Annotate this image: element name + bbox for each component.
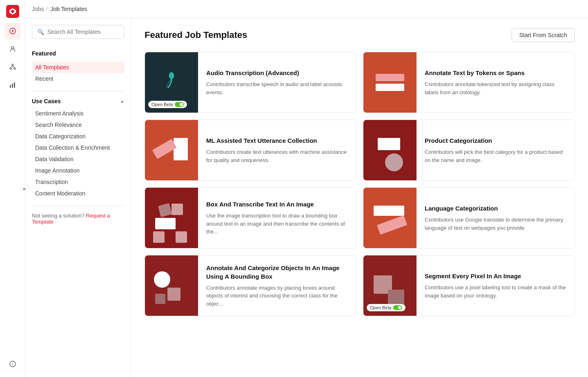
template-thumb-annotate-text <box>363 52 416 113</box>
svg-rect-16 <box>174 138 188 160</box>
svg-point-6 <box>12 64 13 66</box>
start-from-scratch-button[interactable]: Start From Scratch <box>512 28 575 42</box>
template-thumb-language <box>363 187 416 248</box>
template-thumb-annotate-objects <box>145 255 198 316</box>
sidebar-item-data-categorization[interactable]: Data Categorization <box>32 131 125 142</box>
template-name-annotate-text: Annotate Text by Tokens or Spans <box>425 69 566 77</box>
not-seeing-text: Not seeing a solution? <box>32 213 85 219</box>
template-card-product[interactable]: Product Categorization Contributors will… <box>363 120 575 181</box>
template-name-box-transcribe: Box And Transcribe Text In An Image <box>206 200 348 208</box>
language-thumb-svg <box>363 187 416 248</box>
use-cases-header: Use Cases ▲ <box>32 98 125 104</box>
search-box[interactable]: 🔍 <box>32 25 125 39</box>
open-beta-text-segment: Open Beta <box>370 305 392 310</box>
breadcrumb-current: Job Templates <box>50 6 87 12</box>
ml-thumb-svg <box>145 120 198 181</box>
app-logo[interactable] <box>6 5 19 18</box>
template-card-audio-transcription[interactable]: Open Beta Audio Transcription (Advanced)… <box>145 52 356 113</box>
template-card-annotate-text[interactable]: Annotate Text by Tokens or Spans Contrib… <box>363 52 575 113</box>
template-info-audio: Audio Transcription (Advanced) Contribut… <box>198 62 356 103</box>
svg-point-27 <box>154 271 170 288</box>
svg-rect-29 <box>155 294 165 304</box>
breadcrumb: Jobs / Job Templates <box>25 0 588 18</box>
template-thumb-product <box>363 120 416 181</box>
svg-rect-18 <box>378 138 400 150</box>
logo-icon <box>9 7 17 16</box>
template-info-box-transcribe: Box And Transcribe Text In An Image Use … <box>198 193 356 242</box>
nav-dashboard[interactable] <box>4 23 21 39</box>
template-name-segment: Segment Every Pixel In An Image <box>425 272 566 280</box>
svg-rect-12 <box>12 84 13 88</box>
use-cases-title: Use Cases <box>32 98 61 104</box>
template-desc-segment: Contributors use a pixel labeling tool t… <box>425 284 566 299</box>
svg-rect-24 <box>158 203 172 217</box>
template-name-ml: ML Assisted Text Utterance Collection <box>206 136 348 145</box>
nav-chart[interactable] <box>4 77 21 93</box>
template-desc-box-transcribe: Use the image transcription tool to draw… <box>206 212 348 236</box>
svg-rect-21 <box>172 204 183 215</box>
template-thumb-audio: Open Beta <box>145 52 198 113</box>
sidebar-item-data-validation[interactable]: Data Validation <box>32 153 125 165</box>
svg-point-5 <box>11 47 14 49</box>
use-cases-toggle[interactable]: ▲ <box>120 98 125 104</box>
open-beta-badge-segment: Open Beta <box>367 304 405 311</box>
nav-nodes[interactable] <box>4 59 21 75</box>
template-desc-ml: Contributors create text utterances with… <box>206 148 348 164</box>
svg-rect-31 <box>388 290 404 306</box>
breadcrumb-separator: / <box>47 6 48 12</box>
chart-icon <box>9 81 16 89</box>
template-info-product: Product Categorization Contributors will… <box>416 130 575 171</box>
template-info-annotate-text: Annotate Text by Tokens or Spans Contrib… <box>416 62 575 103</box>
nodes-icon <box>9 63 16 71</box>
box-transcribe-thumb-svg <box>145 187 198 248</box>
sidebar-item-recent[interactable]: Recent <box>32 73 125 84</box>
template-card-annotate-objects[interactable]: Annotate And Categorize Objects In An Im… <box>145 255 356 316</box>
nav-help[interactable]: i <box>4 356 21 372</box>
open-beta-badge-audio: Open Beta <box>148 101 187 108</box>
nav-expand-chevron[interactable]: ▶ <box>21 184 29 193</box>
not-seeing-solution: Not seeing a solution? Request a Templat… <box>32 213 125 225</box>
dashboard-icon <box>9 27 16 35</box>
sidebar: 🔍 Featured All Templates Recent Use Case… <box>25 18 131 377</box>
svg-rect-28 <box>167 288 180 301</box>
featured-section-title: Featured <box>32 49 125 58</box>
main-content: Featured Job Templates Start From Scratc… <box>131 18 588 377</box>
svg-line-10 <box>13 66 15 68</box>
sidebar-item-data-collection[interactable]: Data Collection & Enrichment <box>32 142 125 153</box>
template-card-box-transcribe[interactable]: Box And Transcribe Text In An Image Use … <box>145 187 356 248</box>
template-card-segment-pixel[interactable]: Open Beta Segment Every Pixel In An Imag… <box>363 255 575 316</box>
template-desc-annotate-objects: Contributors annotate images by placing … <box>206 284 348 308</box>
left-nav: i ▶ <box>0 0 25 377</box>
search-icon: 🔍 <box>37 29 44 35</box>
annotate-objects-thumb-svg <box>145 255 198 316</box>
sidebar-item-content-moderation[interactable]: Content Moderation <box>32 188 125 199</box>
svg-point-4 <box>12 30 13 32</box>
sidebar-item-all-templates[interactable]: All Templates <box>32 62 125 73</box>
svg-rect-23 <box>176 231 187 243</box>
sidebar-divider <box>32 91 125 91</box>
template-card-ml[interactable]: ML Assisted Text Utterance Collection Co… <box>145 120 356 181</box>
template-thumb-segment: Open Beta <box>363 255 416 316</box>
sidebar-item-transcription[interactable]: Transcription <box>32 176 125 188</box>
sidebar-item-image-annotation[interactable]: Image Annotation <box>32 165 125 176</box>
svg-rect-20 <box>155 218 176 229</box>
svg-point-8 <box>14 68 16 69</box>
svg-rect-11 <box>10 85 11 88</box>
template-info-ml: ML Assisted Text Utterance Collection Co… <box>198 130 356 171</box>
svg-text:i: i <box>12 362 13 366</box>
template-desc-audio: Contributors transcribe speech in audio … <box>206 80 348 96</box>
template-info-segment: Segment Every Pixel In An Image Contribu… <box>416 265 575 306</box>
template-grid: Open Beta Audio Transcription (Advanced)… <box>145 52 575 316</box>
template-desc-product: Contributors will pick the best category… <box>425 148 566 164</box>
template-card-language[interactable]: Language Categorization Contributors use… <box>363 187 575 248</box>
sidebar-item-sentiment[interactable]: Sentiment Analysis <box>32 108 125 119</box>
nav-people[interactable] <box>4 41 21 57</box>
breadcrumb-jobs[interactable]: Jobs <box>32 6 44 12</box>
audio-thumb-icon <box>161 68 182 97</box>
search-input[interactable] <box>47 29 119 35</box>
template-desc-annotate-text: Contributors annotate tokenized text by … <box>425 80 566 96</box>
sidebar-divider-2 <box>32 206 125 206</box>
product-thumb-svg <box>363 120 416 181</box>
sidebar-item-search-relevance[interactable]: Search Relevance <box>32 119 125 131</box>
page-title: Featured Job Templates <box>145 30 247 40</box>
